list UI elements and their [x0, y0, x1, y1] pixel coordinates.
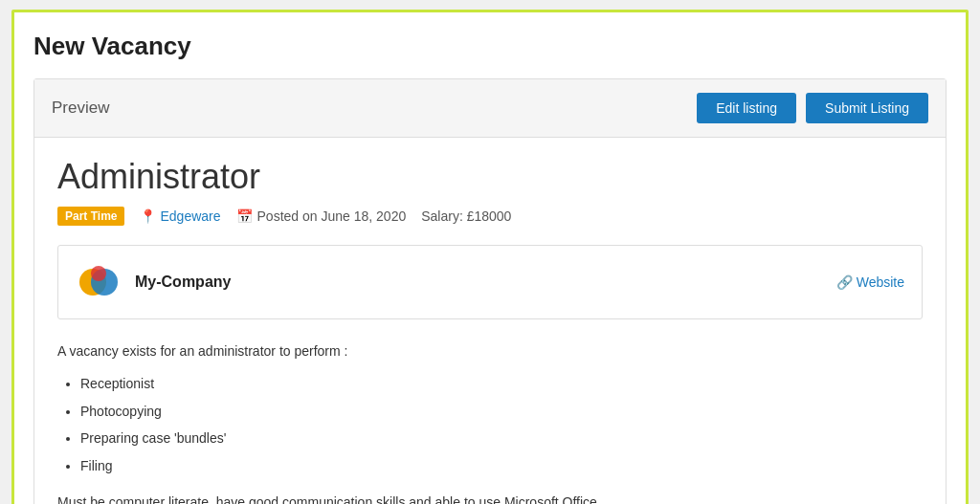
company-logo-icon — [76, 259, 122, 305]
company-box: My-Company 🔗 Website — [57, 245, 923, 319]
link-icon: 🔗 — [836, 274, 853, 290]
job-description-footer: Must be computer literate, have good com… — [57, 492, 923, 504]
submit-listing-button[interactable]: Submit Listing — [806, 93, 928, 123]
preview-body: Administrator Part Time 📍 Edgeware 📅 Pos… — [34, 138, 946, 504]
job-description-intro: A vacancy exists for an administrator to… — [57, 340, 923, 362]
svg-point-2 — [91, 266, 106, 281]
company-website-link[interactable]: 🔗 Website — [836, 274, 904, 290]
calendar-icon: 📅 — [236, 208, 253, 224]
company-name: My-Company — [135, 274, 231, 291]
pin-icon: 📍 — [140, 208, 156, 224]
preview-header: Preview Edit listing Submit Listing — [34, 79, 946, 138]
job-meta: Part Time 📍 Edgeware 📅 Posted on June 18… — [57, 207, 923, 226]
company-info: My-Company — [76, 259, 231, 305]
job-duties-list: Receptionist Photocopying Preparing case… — [80, 373, 923, 476]
job-type-badge: Part Time — [57, 207, 124, 226]
job-location: 📍 Edgeware — [140, 208, 220, 224]
preview-card: Preview Edit listing Submit Listing Admi… — [33, 78, 947, 504]
job-posted-date: 📅 Posted on June 18, 2020 — [236, 208, 407, 224]
job-title: Administrator — [57, 157, 923, 197]
preview-label: Preview — [52, 99, 109, 118]
list-item: Preparing case 'bundles' — [80, 427, 923, 449]
list-item: Photocopying — [80, 401, 923, 422]
preview-actions: Edit listing Submit Listing — [697, 93, 928, 123]
job-description: A vacancy exists for an administrator to… — [57, 340, 923, 504]
list-item: Filing — [80, 455, 923, 476]
edit-listing-button[interactable]: Edit listing — [697, 93, 796, 123]
main-container: New Vacancy Preview Edit listing Submit … — [11, 10, 969, 504]
job-salary: Salary: £18000 — [421, 208, 511, 224]
page-title: New Vacancy — [33, 32, 947, 61]
list-item: Receptionist — [80, 373, 923, 394]
